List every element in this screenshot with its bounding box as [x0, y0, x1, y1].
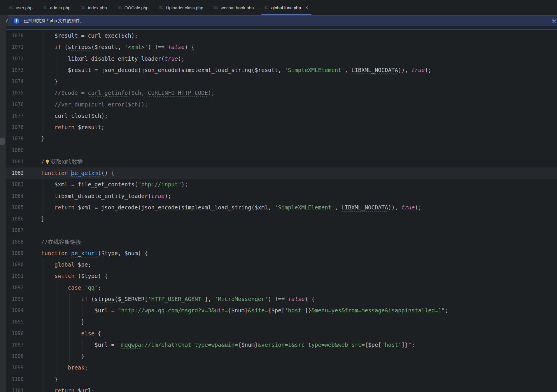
indent-guide — [43, 179, 43, 190]
line-number[interactable]: 1091 — [6, 270, 24, 282]
code-line[interactable]: 1096 else { — [0, 328, 557, 339]
close-tab-icon[interactable]: ✕ — [305, 6, 309, 10]
line-number[interactable]: 1096 — [6, 328, 24, 339]
line-number[interactable]: 1088 — [6, 236, 24, 248]
code-line[interactable]: 1098 } — [0, 351, 557, 362]
code-line[interactable]: 1080 — [0, 145, 557, 156]
code-token: ; — [85, 364, 88, 371]
tab-wechat.hook.php[interactable]: wechat.hook.php — [209, 0, 259, 15]
code-line[interactable]: 1089function pe_kfurl($type, $num) { — [0, 248, 557, 259]
line-number[interactable]: 1082 — [6, 167, 24, 179]
code-line[interactable]: 1090 global $pe; — [0, 259, 557, 270]
code-line[interactable]: 1101 return $url; — [0, 385, 557, 392]
code-token: function — [41, 250, 68, 256]
line-number[interactable]: 1083 — [6, 179, 24, 190]
code-line[interactable]: 1070 $result = curl_exec($ch); — [0, 30, 557, 41]
line-number[interactable]: 1092 — [6, 282, 24, 293]
code-token: stripos — [68, 44, 91, 50]
tab-global.func.php[interactable]: global.func.php✕ — [259, 0, 313, 15]
code-line[interactable]: 1094 $url = "http://wpa.qq.com/msgrd?v=3… — [0, 305, 557, 316]
code-line[interactable]: 1088//在线客服链接 — [0, 236, 557, 248]
line-number[interactable]: 1077 — [6, 110, 24, 122]
indent-guide — [43, 282, 43, 293]
code-line[interactable]: 1083 $xml = file_get_contents("php://inp… — [0, 179, 557, 190]
code-line[interactable]: 1074 } — [0, 76, 557, 87]
code-token: ( — [88, 296, 94, 302]
line-number[interactable]: 1099 — [6, 362, 24, 373]
line-number[interactable]: 1072 — [6, 53, 24, 64]
code-line[interactable]: 1100 } — [0, 374, 557, 385]
gutter-fold-area — [24, 145, 41, 156]
line-number[interactable]: 1089 — [6, 248, 24, 259]
code-text: if (strpos($_SERVER['HTTP_USER_AGENT'], … — [41, 293, 557, 305]
code-line[interactable]: 1079} — [0, 133, 557, 144]
code-line[interactable]: 1072 libxml_disable_entity_loader(true); — [0, 53, 557, 64]
code-line[interactable]: 1087 — [0, 225, 557, 236]
line-number[interactable]: 1087 — [6, 225, 24, 236]
code-line[interactable]: 1095 } — [0, 316, 557, 328]
line-number[interactable]: 1076 — [6, 99, 24, 110]
gutter-fold-area — [24, 110, 41, 122]
tab-admin.php[interactable]: admin.php — [38, 0, 76, 15]
code-token: $num — [241, 342, 255, 348]
code-line[interactable]: 1078 return $result; — [0, 122, 557, 133]
code-line[interactable]: 1093 if (strpos($_SERVER['HTTP_USER_AGEN… — [0, 293, 557, 305]
code-text: /获取xml数据 — [41, 156, 557, 167]
gutter-fold-area — [24, 248, 41, 259]
tool-window-stripe-button[interactable] — [0, 138, 5, 145]
code-line[interactable]: 1073 $result = json_decode(json_encode(s… — [0, 64, 557, 76]
line-number[interactable]: 1086 — [6, 213, 24, 225]
code-token: ); — [164, 193, 171, 199]
install-plugin-link[interactable]: 安装 — [552, 18, 557, 24]
code-text: libxml_disable_entity_loader(true); — [41, 53, 557, 64]
line-number[interactable]: 1080 — [6, 145, 24, 156]
code-line[interactable]: 1086} — [0, 213, 557, 225]
indent-guide — [69, 339, 70, 351]
line-number[interactable]: 1071 — [6, 41, 24, 53]
line-number[interactable]: 1070 — [6, 30, 24, 41]
line-number[interactable]: 1093 — [6, 293, 24, 305]
code-line[interactable]: 1084 libxml_disable_entity_loader(true); — [0, 190, 557, 202]
line-number[interactable]: 1081 — [6, 156, 24, 167]
code-line[interactable]: 1099 break; — [0, 362, 557, 373]
code-line[interactable]: 1097 $url = "mqqwpa://im/chat?chat_type=… — [0, 339, 557, 351]
code-line[interactable]: 1092 case 'qq': — [0, 282, 557, 293]
line-number[interactable]: 1095 — [6, 316, 24, 328]
code-line[interactable]: 1076 //var_dump(curl_error($ch)); — [0, 99, 557, 110]
code-line[interactable]: 1077 curl_close($ch); — [0, 110, 557, 122]
tab-user.php[interactable]: user.php — [3, 0, 38, 15]
line-number[interactable]: 1074 — [6, 76, 24, 87]
line-number[interactable]: 1101 — [6, 385, 24, 392]
line-number[interactable]: 1073 — [6, 64, 24, 76]
code-line[interactable]: 1071 if (stripos($result, '<xml>') !== f… — [0, 41, 557, 53]
code-line[interactable]: 1081/获取xml数据 — [0, 156, 557, 167]
tab-Uploader.class.php[interactable]: Uploader.class.php — [154, 0, 209, 15]
line-number[interactable]: 1100 — [6, 374, 24, 385]
line-number[interactable]: 1097 — [6, 339, 24, 351]
code-token: $url; — [74, 387, 94, 392]
line-number[interactable]: 1094 — [6, 305, 24, 316]
line-number[interactable]: 1085 — [6, 202, 24, 213]
code-token: 'qq' — [85, 284, 98, 291]
indent-guide — [43, 305, 43, 316]
code-text: //var_dump(curl_error($ch)); — [41, 99, 557, 110]
line-number[interactable]: 1078 — [6, 122, 24, 133]
code-line[interactable]: 1091 switch ($type) { — [0, 270, 557, 282]
tab-OOCalc.php[interactable]: OOCalc.php — [112, 0, 154, 15]
code-line[interactable]: 1085 return $xml = json_decode(json_enco… — [0, 202, 557, 213]
gutter-fold-area — [24, 213, 41, 225]
code-token: ( — [61, 44, 68, 50]
code-line[interactable]: 1075 //$code = curl_getinfo($ch, CURLINF… — [0, 87, 557, 99]
tab-index.php[interactable]: index.php — [76, 0, 112, 15]
line-number[interactable]: 1084 — [6, 190, 24, 202]
line-number[interactable]: 1075 — [6, 87, 24, 99]
code-text: function pe_kfurl($type, $num) { — [41, 248, 557, 259]
line-number[interactable]: 1098 — [6, 351, 24, 362]
code-token: //var_dump(curl_error($ch)); — [41, 101, 148, 108]
code-token: return — [55, 204, 75, 211]
line-number[interactable]: 1090 — [6, 259, 24, 270]
line-number[interactable]: 1079 — [6, 133, 24, 144]
code-editor[interactable]: 1070 $result = curl_exec($ch);1071 if (s… — [0, 30, 557, 392]
code-line[interactable]: 1082function pe_getxml() { — [0, 167, 557, 179]
intention-bulb-icon[interactable] — [45, 159, 50, 164]
